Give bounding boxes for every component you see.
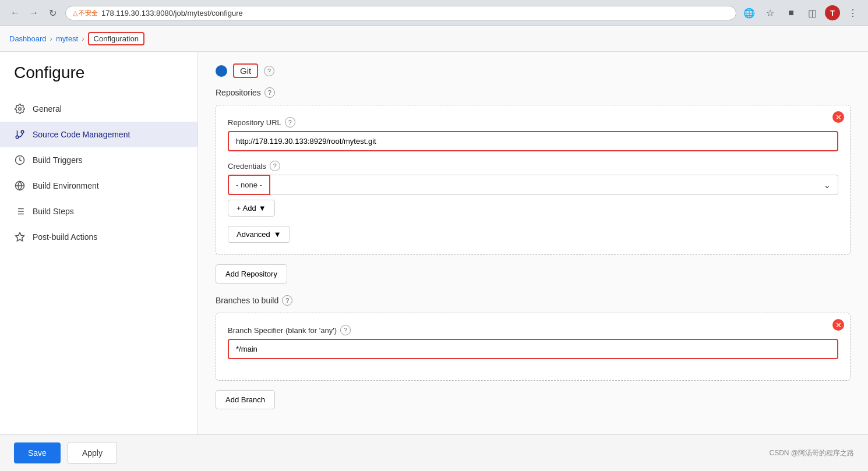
clock-icon xyxy=(14,154,26,166)
menu-button[interactable]: ⋮ xyxy=(845,5,861,21)
breadcrumb: Dashboard › mytest › Configuration xyxy=(0,26,868,52)
sidebar-source-label: Source Code Management xyxy=(33,130,130,139)
steps-icon xyxy=(14,206,26,217)
credentials-group: Credentials ? - none - ⌄ + Add ▼ xyxy=(228,161,838,217)
app-layout: Configure General Source Code Management xyxy=(0,52,868,471)
browser-chrome: ← → ↻ △ 不安全 178.119.30.133:8080/job/myte… xyxy=(0,0,868,26)
add-credentials-button[interactable]: + Add ▼ xyxy=(228,200,275,217)
postbuild-icon xyxy=(14,231,26,243)
scm-section: Git ? Repositories ? ✕ Repository URL ? xyxy=(198,52,868,421)
credentials-label: Credentials ? xyxy=(228,161,838,171)
sidebar-triggers-label: Build Triggers xyxy=(33,155,83,165)
add-branch-button[interactable]: Add Branch xyxy=(216,390,275,409)
refresh-button[interactable]: ↻ xyxy=(44,5,61,21)
sidebar-postbuild-label: Post-build Actions xyxy=(33,232,97,242)
svg-point-2 xyxy=(21,130,24,133)
apply-button[interactable]: Apply xyxy=(68,442,117,464)
git-dot xyxy=(216,65,227,77)
browser-actions: 🌐 ☆ ■ ◫ T ⋮ xyxy=(741,5,861,21)
repo-url-group: Repository URL ? xyxy=(228,117,838,151)
sidebar-title: Configure xyxy=(0,63,197,96)
svg-point-3 xyxy=(16,136,19,139)
branches-help-icon[interactable]: ? xyxy=(282,295,292,306)
close-repo-button[interactable]: ✕ xyxy=(832,111,844,123)
repositories-section-label: Repositories ? xyxy=(216,87,851,98)
repo-url-input[interactable] xyxy=(228,131,838,151)
git-header: Git ? xyxy=(216,63,851,78)
add-repository-button[interactable]: Add Repository xyxy=(216,264,287,284)
svg-marker-13 xyxy=(16,233,24,241)
repo-url-label: Repository URL ? xyxy=(228,117,838,128)
credentials-dropdown[interactable]: ⌄ xyxy=(270,175,838,195)
back-button[interactable]: ← xyxy=(7,5,23,21)
security-warning: △ 不安全 xyxy=(73,9,98,17)
translate-button[interactable]: 🌐 xyxy=(741,5,757,21)
branches-section-label: Branches to build ? xyxy=(216,295,851,306)
breadcrumb-mytest[interactable]: mytest xyxy=(56,34,78,43)
git-help-icon[interactable]: ? xyxy=(264,66,274,76)
footer-credit: CSDN @阿汤哥的程序之路 xyxy=(769,448,854,458)
sidebar: Configure General Source Code Management xyxy=(0,52,198,471)
extensions-button[interactable]: ■ xyxy=(783,5,799,21)
sidebar-item-source-code[interactable]: Source Code Management xyxy=(0,122,197,147)
credentials-none-label: - none - xyxy=(228,175,270,195)
git-label: Git xyxy=(233,63,258,78)
source-code-icon xyxy=(14,129,26,140)
advanced-button[interactable]: Advanced ▼ xyxy=(228,226,290,243)
bookmark-button[interactable]: ☆ xyxy=(762,5,778,21)
close-branch-button[interactable]: ✕ xyxy=(832,319,844,331)
gear-icon xyxy=(14,103,26,115)
breadcrumb-sep2: › xyxy=(82,34,84,43)
credentials-help-icon[interactable]: ? xyxy=(270,161,280,171)
sidebar-item-post-build[interactable]: Post-build Actions xyxy=(0,224,197,250)
breadcrumb-dashboard[interactable]: Dashboard xyxy=(9,34,47,43)
repo-url-help-icon[interactable]: ? xyxy=(285,117,295,128)
repository-box: ✕ Repository URL ? Credentials ? xyxy=(216,105,851,255)
breadcrumb-current: Configuration xyxy=(88,32,144,45)
footer-bar: Save Apply CSDN @阿汤哥的程序之路 xyxy=(0,434,868,471)
sidebar-item-build-triggers[interactable]: Build Triggers xyxy=(0,147,197,173)
sidebar-item-build-steps[interactable]: Build Steps xyxy=(0,199,197,224)
split-button[interactable]: ◫ xyxy=(804,5,820,21)
sidebar-item-build-environment[interactable]: Build Environment xyxy=(0,173,197,199)
branches-box: ✕ Branch Specifier (blank for 'any') ? xyxy=(216,313,851,381)
sidebar-environment-label: Build Environment xyxy=(33,181,99,190)
repositories-help-icon[interactable]: ? xyxy=(264,87,275,98)
save-button[interactable]: Save xyxy=(14,442,61,463)
sidebar-steps-label: Build Steps xyxy=(33,207,74,216)
branch-specifier-label: Branch Specifier (blank for 'any') ? xyxy=(228,325,838,335)
forward-button[interactable]: → xyxy=(26,5,42,21)
branch-specifier-help-icon[interactable]: ? xyxy=(340,325,351,335)
branch-specifier-group: Branch Specifier (blank for 'any') ? xyxy=(228,325,838,359)
sidebar-general-label: General xyxy=(33,104,62,114)
svg-point-0 xyxy=(19,108,22,111)
globe-icon xyxy=(14,180,26,192)
user-avatar[interactable]: T xyxy=(825,5,840,20)
address-bar[interactable]: △ 不安全 178.119.30.133:8080/job/mytest/con… xyxy=(65,6,736,20)
branch-specifier-input[interactable] xyxy=(228,339,838,359)
main-content: Git ? Repositories ? ✕ Repository URL ? xyxy=(198,52,868,471)
breadcrumb-sep1: › xyxy=(50,34,52,43)
sidebar-item-general[interactable]: General xyxy=(0,96,197,122)
nav-buttons: ← → ↻ xyxy=(7,5,61,21)
url-text: 178.119.30.133:8080/job/mytest/configure xyxy=(101,9,243,17)
